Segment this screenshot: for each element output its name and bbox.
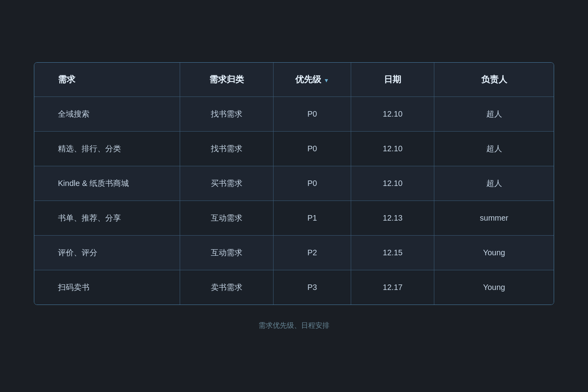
cell-owner: summer	[434, 201, 554, 235]
cell-owner: 超人	[434, 166, 554, 201]
table-header-row: 需求 需求归类 优先级▼ 日期 负责人	[34, 63, 554, 97]
cell-category: 互动需求	[180, 235, 273, 270]
cell-category: 互动需求	[180, 201, 273, 235]
main-table-wrapper: 需求 需求归类 优先级▼ 日期 负责人 全域搜索找书需求P012.10超人精选、…	[34, 62, 554, 305]
cell-category: 买书需求	[180, 166, 273, 201]
col-header-category: 需求归类	[180, 63, 273, 97]
cell-owner: Young	[434, 270, 554, 305]
table-row: 精选、排行、分类找书需求P012.10超人	[34, 131, 554, 166]
cell-need: 书单、推荐、分享	[34, 201, 180, 235]
col-header-date: 日期	[351, 63, 434, 97]
cell-date: 12.10	[351, 131, 434, 166]
sort-arrow-icon: ▼	[324, 77, 329, 84]
table-row: Kindle & 纸质书商城买书需求P012.10超人	[34, 166, 554, 201]
table-row: 全域搜索找书需求P012.10超人	[34, 97, 554, 131]
col-header-owner: 负责人	[434, 63, 554, 97]
cell-priority: P2	[273, 235, 351, 270]
cell-priority: P0	[273, 97, 351, 131]
cell-priority: P3	[273, 270, 351, 305]
cell-need: 扫码卖书	[34, 270, 180, 305]
cell-date: 12.10	[351, 97, 434, 131]
table-row: 评价、评分互动需求P212.15Young	[34, 235, 554, 270]
col-header-need: 需求	[34, 63, 180, 97]
cell-date: 12.15	[351, 235, 434, 270]
cell-category: 找书需求	[180, 131, 273, 166]
cell-priority: P1	[273, 201, 351, 235]
cell-category: 找书需求	[180, 97, 273, 131]
cell-need: 评价、评分	[34, 235, 180, 270]
col-header-priority[interactable]: 优先级▼	[273, 63, 351, 97]
cell-priority: P0	[273, 131, 351, 166]
cell-category: 卖书需求	[180, 270, 273, 305]
footer-caption: 需求优先级、日程安排	[259, 321, 329, 330]
cell-owner: 超人	[434, 131, 554, 166]
cell-owner: Young	[434, 235, 554, 270]
table-row: 书单、推荐、分享互动需求P112.13summer	[34, 201, 554, 235]
table-row: 扫码卖书卖书需求P312.17Young	[34, 270, 554, 305]
cell-date: 12.10	[351, 166, 434, 201]
cell-date: 12.13	[351, 201, 434, 235]
cell-owner: 超人	[434, 97, 554, 131]
cell-need: 精选、排行、分类	[34, 131, 180, 166]
cell-priority: P0	[273, 166, 351, 201]
cell-need: Kindle & 纸质书商城	[34, 166, 180, 201]
cell-date: 12.17	[351, 270, 434, 305]
requirements-table: 需求 需求归类 优先级▼ 日期 负责人 全域搜索找书需求P012.10超人精选、…	[34, 63, 554, 305]
cell-need: 全域搜索	[34, 97, 180, 131]
